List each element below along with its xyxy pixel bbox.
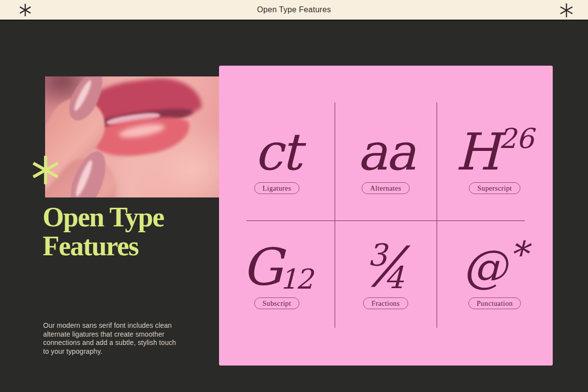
alternates-glyph: aa [357, 124, 414, 179]
feature-cell-ligatures: ct Ligatures [219, 66, 335, 220]
feature-cell-punctuation: @ * Punctuation [437, 220, 553, 366]
slide: Open Type Features [0, 0, 588, 392]
top-bar: Open Type Features [0, 0, 588, 21]
feature-label: Fractions [371, 299, 400, 308]
feature-cell-alternates: aa Alternates [335, 66, 437, 220]
feature-label-pill: Ligatures [254, 182, 299, 194]
photo-tint-overlay [45, 76, 223, 197]
heading-line-1: Open Type [43, 203, 164, 232]
feature-label-pill: Fractions [363, 297, 408, 309]
superscript-glyph: H 26 [456, 124, 534, 179]
lips-photo [45, 76, 223, 197]
page-title: Open Type Features [257, 5, 331, 14]
subscript-glyph: G 12 [242, 240, 312, 294]
feature-label: Superscript [477, 184, 512, 193]
feature-label-pill: Punctuation [468, 297, 521, 309]
feature-label-pill: Alternates [362, 182, 410, 194]
description-text: Our modern sans serif font includes clea… [43, 321, 182, 356]
feature-label: Punctuation [477, 299, 513, 308]
feature-cell-fractions: 3 ⁄ 4 Fractions [335, 220, 437, 366]
accent-asterisk-icon [31, 155, 60, 185]
feature-label: Alternates [370, 184, 401, 193]
feature-label-pill: Superscript [469, 182, 520, 194]
feature-label-pill: Subscript [254, 297, 299, 309]
heading-line-2: Features [43, 232, 164, 261]
features-card: ct Ligatures aa Alternates H 26 Superscr… [219, 66, 553, 366]
feature-cell-subscript: G 12 Subscript [219, 220, 335, 366]
asterisk-icon [559, 3, 574, 18]
feature-cell-superscript: H 26 Superscript [437, 66, 553, 220]
ligature-glyph: ct [254, 124, 299, 179]
asterisk-icon [19, 3, 32, 17]
fraction-glyph: 3 ⁄ 4 [368, 240, 404, 294]
feature-label: Ligatures [263, 184, 291, 193]
punctuation-glyph: @ * [463, 240, 527, 294]
feature-label: Subscript [263, 299, 291, 308]
section-heading: Open Type Features [43, 203, 164, 261]
